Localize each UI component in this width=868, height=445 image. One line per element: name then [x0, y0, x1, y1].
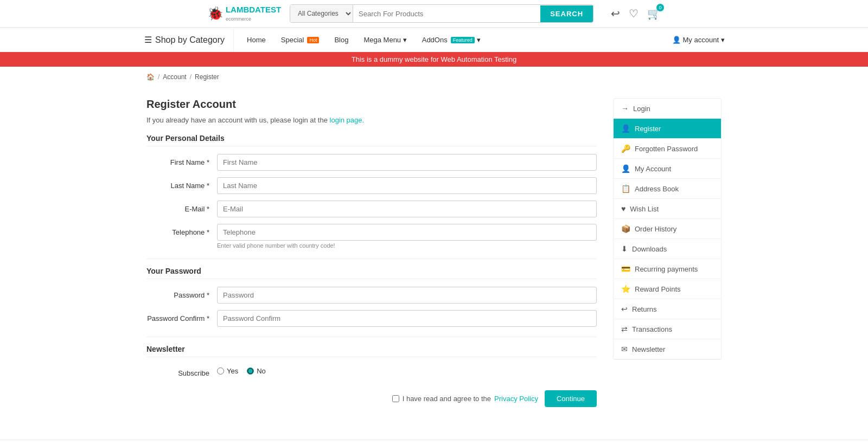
back-icon[interactable]: ↩ [611, 7, 620, 20]
login-notice-text: If you already have an account with us, … [146, 116, 328, 124]
sidebar-item-address-book[interactable]: 📋 Address Book [614, 179, 721, 199]
telephone-field: Enter valid phone number with country co… [217, 224, 597, 249]
subscribe-no-label[interactable]: No [247, 367, 266, 375]
subscribe-yes-label[interactable]: Yes [217, 367, 238, 375]
login-notice: If you already have an account with us, … [146, 116, 597, 124]
sidebar-item-forgotten-password[interactable]: 🔑 Forgotten Password [614, 139, 721, 159]
sidebar-item-downloads[interactable]: ⬇ Downloads [614, 239, 721, 259]
sidebar-address-label: Address Book [635, 185, 679, 193]
subscribe-yes-radio[interactable] [217, 367, 224, 375]
sidebar-item-my-account[interactable]: 👤 My Account [614, 159, 721, 179]
wish-list-icon: ♥ [621, 204, 626, 213]
sidebar-item-newsletter[interactable]: ✉ Newsletter [614, 339, 721, 359]
password-input[interactable] [217, 287, 597, 304]
logo[interactable]: 🐞 LAMBDATEST ecommerce [207, 5, 281, 22]
subscribe-radio-group: Yes No [217, 365, 597, 375]
sidebar-item-recurring-payments[interactable]: 💳 Recurring payments [614, 259, 721, 279]
hamburger-icon: ☰ [144, 35, 152, 45]
agree-text: I have read and agree to the [403, 395, 491, 403]
nav-blog[interactable]: Blog [327, 29, 356, 50]
shop-by-category[interactable]: ☰ Shop by Category [136, 28, 234, 51]
sidebar-item-wish-list[interactable]: ♥ Wish List [614, 199, 721, 219]
agree-checkbox[interactable] [392, 395, 399, 402]
form-section: Register Account If you already have an … [146, 98, 597, 407]
logo-text: LAMBDATEST [226, 5, 281, 14]
search-button[interactable]: SEARCH [540, 5, 593, 22]
recurring-payments-icon: 💳 [621, 265, 630, 273]
order-history-icon: 📦 [621, 224, 630, 233]
logo-icon: 🐞 [207, 6, 224, 21]
email-label: E-Mail * [146, 201, 217, 213]
breadcrumb: 🏠 / Account / Register [136, 73, 732, 81]
sidebar-my-account-label: My Account [635, 165, 671, 173]
sidebar-item-reward-points[interactable]: ⭐ Reward Points [614, 279, 721, 299]
privacy-policy-link[interactable]: Privacy Policy [494, 395, 538, 403]
forgotten-password-icon: 🔑 [621, 144, 630, 153]
telephone-hint: Enter valid phone number with country co… [217, 242, 597, 249]
breadcrumb-sep-1: / [158, 73, 159, 81]
subscribe-no-text: No [257, 367, 266, 375]
shop-by-category-label: Shop by Category [155, 35, 225, 45]
password-confirm-input[interactable] [217, 310, 597, 327]
returns-icon: ↩ [621, 305, 628, 313]
breadcrumb-current: Register [195, 73, 219, 81]
sidebar-wish-label: Wish List [630, 205, 659, 213]
nav-home[interactable]: Home [239, 29, 273, 50]
login-page-link[interactable]: login page. [330, 116, 365, 124]
email-field [217, 201, 597, 217]
account-icon: 👤 [672, 36, 681, 44]
nav-bar: ☰ Shop by Category Home Special Hot Blog… [0, 28, 868, 52]
first-name-input[interactable] [217, 154, 597, 171]
sidebar-returns-label: Returns [632, 305, 657, 313]
sidebar-forgotten-label: Forgotten Password [635, 145, 698, 153]
agree-row: I have read and agree to the Privacy Pol… [146, 390, 597, 407]
account-label: My account [683, 36, 719, 44]
logo-sub: ecommerce [226, 16, 251, 22]
header-icons: ↩ ♡ 🛒 0 [611, 7, 661, 20]
cart-badge: 0 [656, 4, 664, 11]
main-content: Register Account If you already have an … [136, 87, 732, 418]
subscribe-group: Subscribe Yes No [146, 365, 597, 377]
wishlist-icon[interactable]: ♡ [629, 7, 639, 20]
nav-account[interactable]: 👤 My account ▾ [665, 29, 732, 50]
search-area: All Categories SEARCH [290, 4, 593, 23]
nav-special[interactable]: Special Hot [273, 29, 327, 50]
password-confirm-group: Password Confirm * [146, 310, 597, 327]
password-confirm-field [217, 310, 597, 327]
breadcrumb-account[interactable]: Account [163, 73, 186, 81]
search-input[interactable] [353, 5, 540, 22]
nav-addons[interactable]: AddOns Featured ▾ [414, 29, 488, 50]
sidebar-order-label: Order History [635, 225, 676, 233]
page-title: Register Account [146, 98, 597, 111]
last-name-input[interactable] [217, 177, 597, 194]
newsletter-icon: ✉ [621, 345, 628, 353]
featured-badge: Featured [451, 37, 475, 43]
first-name-group: First Name * [146, 154, 597, 171]
sidebar-item-order-history[interactable]: 📦 Order History [614, 219, 721, 239]
category-select[interactable]: All Categories [290, 5, 353, 22]
continue-button[interactable]: Continue [545, 390, 597, 407]
nav-mega-menu[interactable]: Mega Menu ▾ [356, 29, 414, 50]
sidebar-item-returns[interactable]: ↩ Returns [614, 299, 721, 319]
cart-icon[interactable]: 🛒 0 [647, 7, 661, 20]
subscribe-no-radio[interactable] [247, 367, 254, 375]
password-field [217, 287, 597, 304]
account-chevron: ▾ [721, 36, 725, 44]
email-input[interactable] [217, 201, 597, 217]
sidebar-item-transactions[interactable]: ⇄ Transactions [614, 319, 721, 339]
sidebar-recurring-label: Recurring payments [635, 265, 698, 273]
password-group: Password * [146, 287, 597, 304]
newsletter-title: Newsletter [146, 345, 597, 357]
sidebar-item-login[interactable]: → Login [614, 99, 721, 119]
agree-label[interactable]: I have read and agree to the Privacy Pol… [392, 395, 538, 403]
password-label: Password * [146, 287, 217, 299]
sidebar-item-register[interactable]: 👤 Register [614, 119, 721, 139]
email-group: E-Mail * [146, 201, 597, 217]
telephone-input[interactable] [217, 224, 597, 241]
site-header: 🐞 LAMBDATEST ecommerce All Categories SE… [0, 0, 868, 28]
sidebar-menu: → Login 👤 Register 🔑 Forgotten Password … [613, 98, 722, 360]
sidebar-downloads-label: Downloads [632, 245, 667, 253]
personal-details-title: Your Personal Details [146, 134, 597, 146]
password-title: Your Password [146, 267, 597, 279]
breadcrumb-home[interactable]: 🏠 [146, 73, 155, 81]
